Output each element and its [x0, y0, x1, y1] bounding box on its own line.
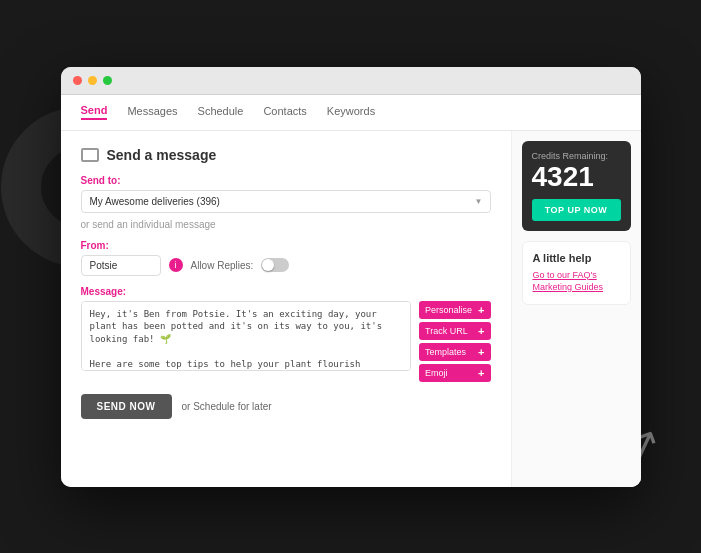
credits-card: Credits Remaining: 4321 TOP UP NOW: [522, 141, 631, 231]
message-icon: [81, 148, 99, 162]
from-section: From: i Allow Replies:: [81, 240, 491, 276]
page-title: Send a message: [107, 147, 217, 163]
from-row: i Allow Replies:: [81, 255, 491, 276]
content: Send a message Send to: My Awesome deliv…: [61, 131, 641, 487]
message-buttons: Personalise + Track URL + Templates +: [419, 301, 490, 382]
templates-plus: +: [478, 346, 484, 358]
send-to-wrapper: My Awesome deliveries (396) ▼: [81, 190, 491, 213]
main-panel: Send a message Send to: My Awesome deliv…: [61, 131, 511, 487]
help-title: A little help: [533, 252, 620, 264]
app: Send Messages Schedule Contacts Keywords…: [61, 95, 641, 487]
message-textarea[interactable]: Hey, it's Ben from Potsie. It's an excit…: [81, 301, 412, 371]
from-input[interactable]: [81, 255, 161, 276]
nav-item-send[interactable]: Send: [81, 104, 108, 120]
track-url-plus: +: [478, 325, 484, 337]
nav-item-schedule[interactable]: Schedule: [198, 105, 244, 119]
allow-replies-label: Allow Replies:: [191, 260, 254, 271]
personalise-plus: +: [478, 304, 484, 316]
allow-replies-toggle[interactable]: [261, 258, 289, 272]
send-row: SEND NOW or Schedule for later: [81, 394, 491, 419]
toggle-knob: [262, 259, 274, 271]
track-url-label: Track URL: [425, 326, 468, 336]
personalise-label: Personalise: [425, 305, 472, 315]
send-to-select[interactable]: My Awesome deliveries (396): [81, 190, 491, 213]
help-link-faq[interactable]: Go to our FAQ's: [533, 270, 620, 280]
from-label: From:: [81, 240, 491, 251]
help-section: A little help Go to our FAQ's Marketing …: [522, 241, 631, 305]
nav-item-messages[interactable]: Messages: [127, 105, 177, 119]
or-text: or send an individual message: [81, 219, 491, 230]
templates-button[interactable]: Templates +: [419, 343, 490, 361]
page-title-row: Send a message: [81, 147, 491, 163]
message-area-wrapper: Hey, it's Ben from Potsie. It's an excit…: [81, 301, 491, 382]
side-panel: Credits Remaining: 4321 TOP UP NOW A lit…: [511, 131, 641, 487]
track-url-button[interactable]: Track URL +: [419, 322, 490, 340]
message-section: Message: Hey, it's Ben from Potsie. It's…: [81, 286, 491, 382]
dot-yellow[interactable]: [88, 76, 97, 85]
help-link-guides[interactable]: Marketing Guides: [533, 282, 620, 292]
emoji-plus: +: [478, 367, 484, 379]
topup-button[interactable]: TOP UP NOW: [532, 199, 621, 221]
templates-label: Templates: [425, 347, 466, 357]
credits-label: Credits Remaining:: [532, 151, 621, 161]
message-label: Message:: [81, 286, 491, 297]
nav-item-keywords[interactable]: Keywords: [327, 105, 375, 119]
send-to-label: Send to:: [81, 175, 491, 186]
scene: ↗ Send Messages Schedule Contacts Keywor…: [61, 67, 641, 487]
dot-red[interactable]: [73, 76, 82, 85]
emoji-label: Emoji: [425, 368, 448, 378]
browser-chrome: [61, 67, 641, 95]
credits-number: 4321: [532, 163, 621, 191]
dot-green[interactable]: [103, 76, 112, 85]
schedule-link[interactable]: or Schedule for later: [182, 401, 272, 412]
info-icon[interactable]: i: [169, 258, 183, 272]
browser-window: Send Messages Schedule Contacts Keywords…: [61, 67, 641, 487]
send-now-button[interactable]: SEND NOW: [81, 394, 172, 419]
personalise-button[interactable]: Personalise +: [419, 301, 490, 319]
emoji-button[interactable]: Emoji +: [419, 364, 490, 382]
send-to-section: Send to: My Awesome deliveries (396) ▼ o…: [81, 175, 491, 230]
nav: Send Messages Schedule Contacts Keywords: [61, 95, 641, 131]
nav-item-contacts[interactable]: Contacts: [263, 105, 306, 119]
